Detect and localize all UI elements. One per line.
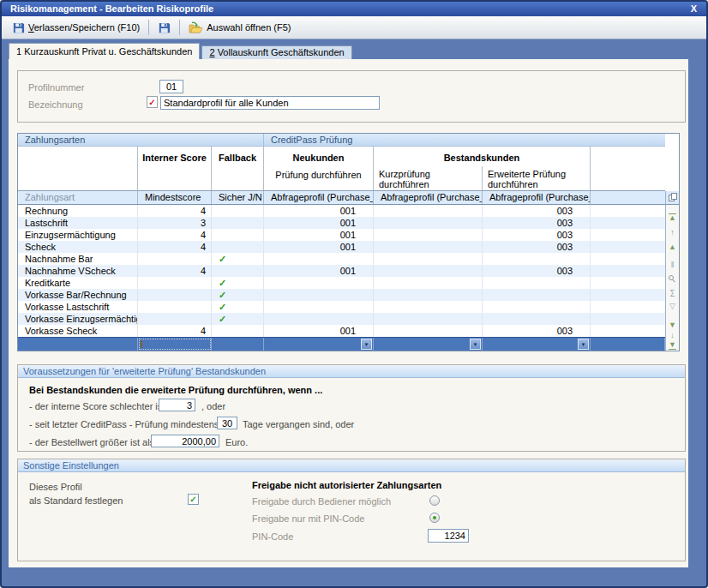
score-condition-suffix: , oder <box>201 401 225 411</box>
tab-kurzauskunft[interactable]: 1 Kurzauskunft Privat u. Geschäftskunden <box>9 43 200 59</box>
profile-number-label: Profilnummer <box>28 82 84 93</box>
toolbar-separator <box>179 20 180 35</box>
text-cursor <box>141 340 142 348</box>
score-condition-label: - der interne Score schlechter ist als <box>29 401 179 411</box>
grid-header: Interner Score Fallback Neukunden Prüfun… <box>18 147 665 191</box>
voraussetzungen-intro: Bei Bestandskunden die erweiterte Prüfun… <box>29 385 322 395</box>
focused-cell[interactable] <box>138 338 212 351</box>
header-neukunden[interactable]: Neukunden Prüfung durchführen <box>264 147 374 190</box>
voraussetzungen-header: Voraussetzungen für 'erweiterte Prüfung'… <box>18 365 685 378</box>
open-selection-label: Auswahl öffnen (F5) <box>207 22 291 33</box>
freigabe-pin-radio[interactable] <box>429 513 440 523</box>
score-threshold-input[interactable] <box>159 399 195 411</box>
table-row[interactable]: Lastschrift 3 001 003 <box>18 217 665 229</box>
table-row[interactable]: Kreditkarte ✓ <box>18 277 665 289</box>
subheader-sicher[interactable]: Sicher J/N <box>212 191 264 204</box>
pin-code-label: PIN-Code <box>252 531 293 542</box>
edited-check-icon: ✓ <box>147 96 158 108</box>
copy-button[interactable] <box>666 191 679 205</box>
header-erweiterte-pruefung[interactable]: Erweiterte Prüfung durchführen <box>483 166 590 190</box>
dropdown-button[interactable]: ▼ <box>361 339 372 350</box>
table-row[interactable]: Scheck 4 001 003 <box>18 241 665 253</box>
tab-vollauskunft[interactable]: 2 Vollauskunft Geschäftskunden <box>201 45 351 59</box>
subheader-filler <box>591 191 665 204</box>
freigabe-bediener-label: Freigabe durch Bediener möglich <box>252 496 391 507</box>
band-creditpass: CreditPass Prüfung <box>264 134 665 146</box>
order-value-threshold-input[interactable] <box>151 435 219 447</box>
days-condition-label: - seit letzter CreditPass - Prüfung mind… <box>29 419 219 429</box>
tab-page: Profilnummer Bezeichnung ✓ Zahlungsarten… <box>9 59 688 567</box>
copy-icon <box>669 193 677 202</box>
dropdown-button[interactable]: ▼ <box>470 339 481 350</box>
tab-strip: 1 Kurzauskunft Privat u. Geschäftskunden… <box>9 43 352 59</box>
window-title: Risikomanagement - Bearbeiten Risikoprof… <box>10 2 213 16</box>
band-zahlungsarten: Zahlungsarten <box>18 134 264 146</box>
first-row-icon[interactable]: ▲ <box>666 213 679 222</box>
columns-icon[interactable]: ‖ <box>666 261 679 269</box>
toolbar-separator <box>148 20 149 35</box>
save-exit-label: Verlassen/Speichern (F10) <box>28 22 140 33</box>
default-profile-label-1: Dieses Profil <box>29 482 82 492</box>
title-bar: Risikomanagement - Bearbeiten Risikoprof… <box>2 2 706 16</box>
pin-code-input[interactable] <box>428 529 469 543</box>
prev-row-icon[interactable]: ▲ <box>666 243 679 251</box>
subheader-mindestscore[interactable]: Mindestscore <box>138 191 212 204</box>
summary-icon[interactable]: ∑ <box>666 289 679 297</box>
subheader-abfrageprofil-kurz[interactable]: Abfrageprofil (Purchase_Type) <box>374 191 483 204</box>
payment-types-grid: Zahlungsarten CreditPass Prüfung Interne… <box>17 133 680 351</box>
table-row[interactable]: Rechnung 4 001 003 <box>18 205 665 217</box>
toolbar: Verlassen/Speichern (F10) Auswahl öffnen… <box>2 16 706 39</box>
header-filler <box>591 147 665 190</box>
save-icon <box>158 21 171 34</box>
table-row[interactable]: Nachnahme Bar ✓ <box>18 253 665 265</box>
table-row[interactable]: Vorkasse Einzugsermächtigung ✓ <box>18 313 665 325</box>
order-value-condition-label: - der Bestellwert größer ist als <box>29 437 154 447</box>
header-empty <box>18 147 138 190</box>
tab-label: 1 Kurzauskunft Privat u. Geschäftskunden <box>16 46 192 57</box>
profile-number-input[interactable] <box>159 80 183 93</box>
header-kurzpruefung[interactable]: Kurzprüfung durchführen <box>374 166 483 190</box>
table-row[interactable]: Vorkasse Lastschrift ✓ <box>18 301 665 313</box>
header-fallback[interactable]: Fallback <box>212 147 264 190</box>
chevron-down-icon: ▼ <box>581 342 586 347</box>
table-row[interactable]: Vorkasse Scheck 4 001 003 <box>18 325 665 337</box>
page-up-icon[interactable]: ↑ <box>666 229 679 237</box>
last-row-icon[interactable]: ▼ <box>666 341 679 350</box>
sonstige-groupbox: Sonstige Einstellungen Dieses Profil als… <box>17 459 686 561</box>
subheader-abfrageprofil-erw[interactable]: Abfrageprofil (Purchase_Type) <box>483 191 591 204</box>
voraussetzungen-groupbox: Voraussetzungen für 'erweiterte Prüfung'… <box>17 364 686 452</box>
header-bestandskunden[interactable]: Bestandskunden Kurzprüfung durchführen E… <box>374 147 591 190</box>
dropdown-button[interactable]: ▼ <box>578 339 589 350</box>
days-threshold-input[interactable] <box>217 417 237 429</box>
open-selection-button[interactable]: Auswahl öffnen (F5) <box>183 18 296 37</box>
table-row[interactable]: Vorkasse Bar/Rechnung ✓ <box>18 289 665 301</box>
table-row-selected[interactable]: ▼ ▼ ▼ <box>18 337 665 351</box>
close-button[interactable]: X <box>688 2 699 16</box>
save-button[interactable] <box>153 18 176 37</box>
subheader-abfrageprofil-neu[interactable]: Abfrageprofil (Purchase_Type) <box>264 191 374 204</box>
order-value-condition-suffix: Euro. <box>225 437 248 447</box>
tab-label: 2 Vollauskunft Geschäftskunden <box>209 46 344 59</box>
next-row-icon[interactable]: ▼ <box>666 321 679 329</box>
save-exit-button[interactable]: Verlassen/Speichern (F10) <box>7 18 145 37</box>
open-folder-icon <box>189 21 203 34</box>
grid-band: Zahlungsarten CreditPass Prüfung <box>18 134 665 147</box>
grid-subheader: Zahlungsart Mindestscore Sicher J/N Abfr… <box>18 191 665 205</box>
days-condition-suffix: Tage vergangen sind, oder <box>243 419 354 429</box>
page-down-icon[interactable]: ↓ <box>666 332 679 339</box>
filter-icon[interactable]: ▽ <box>666 303 679 310</box>
chevron-down-icon: ▼ <box>364 342 369 347</box>
profile-groupbox: Profilnummer Bezeichnung ✓ <box>17 70 686 123</box>
default-profile-checkbox[interactable]: ✓ <box>188 494 199 505</box>
table-row[interactable]: Nachnahme VScheck 4 001 003 <box>18 265 665 277</box>
chevron-down-icon: ▼ <box>473 342 478 347</box>
grid-navigator-strip: ▲ ↑ ▲ ‖ ∑ ▽ ▼ ↓ ▼ <box>665 191 679 351</box>
profile-name-input[interactable] <box>160 96 380 110</box>
table-row[interactable]: Einzugsermächtigung 4 001 003 <box>18 229 665 241</box>
save-icon <box>12 21 25 34</box>
subheader-zahlungsart[interactable]: Zahlungsart <box>18 191 138 204</box>
sonstige-header: Sonstige Einstellungen <box>18 459 685 472</box>
search-icon[interactable] <box>669 275 676 283</box>
header-interner-score[interactable]: Interner Score <box>138 147 212 190</box>
freigabe-bediener-radio[interactable] <box>429 495 440 506</box>
